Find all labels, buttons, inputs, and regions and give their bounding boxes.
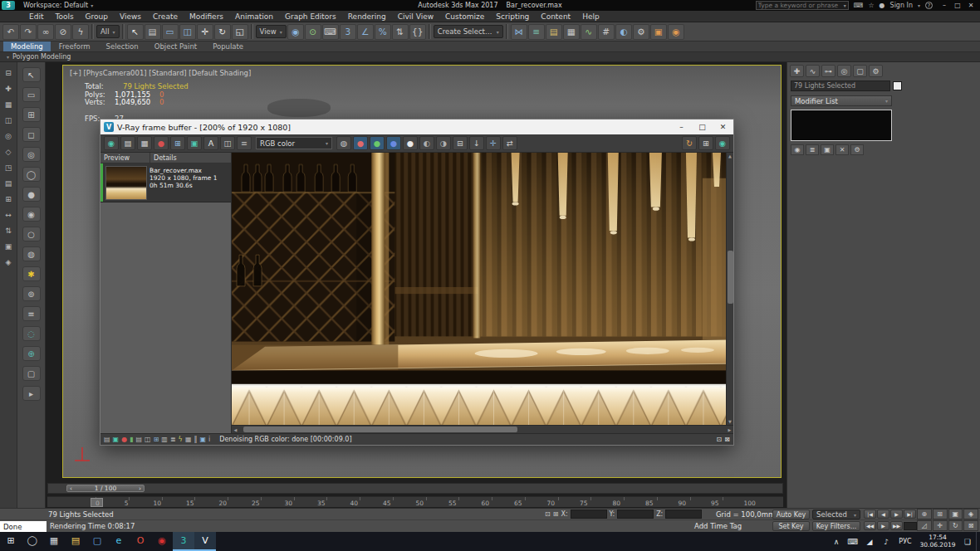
- channel-dropdown[interactable]: RGB color▾: [256, 137, 332, 149]
- play-button[interactable]: ▶: [890, 510, 903, 519]
- go-to-end-button[interactable]: ▶|: [904, 510, 916, 519]
- unlink-selection-icon[interactable]: ⊘: [55, 24, 71, 40]
- motion-tab-icon[interactable]: ◎: [837, 65, 851, 77]
- stereo-icon[interactable]: ‖: [194, 436, 197, 443]
- ribbon-tab[interactable]: Selection: [99, 41, 146, 51]
- vfb-minimize-button[interactable]: –: [671, 119, 692, 134]
- space-warp-icon[interactable]: ▢: [22, 366, 41, 381]
- side-tool-icon[interactable]: ↔: [5, 211, 12, 219]
- mono-channel-icon[interactable]: ◑: [436, 136, 451, 150]
- undo-icon[interactable]: ↶: [2, 24, 19, 40]
- prev-frame-button[interactable]: ◀: [877, 510, 889, 519]
- side-tool-icon[interactable]: ▣: [5, 242, 12, 251]
- plane-primitive-icon[interactable]: ◻: [22, 127, 41, 142]
- scroll-down-arrow[interactable]: ▼: [727, 418, 733, 425]
- key-filters-button[interactable]: Key Filters...: [812, 521, 860, 531]
- play-animation-button[interactable]: ▶: [877, 521, 889, 530]
- box-primitive-icon[interactable]: ▭: [22, 87, 41, 102]
- app-minimize-button[interactable]: –: [938, 2, 951, 9]
- utilities-tab-icon[interactable]: ⚙: [869, 65, 883, 77]
- menu-item[interactable]: Civil View: [392, 11, 439, 22]
- selection-filter-dropdown[interactable]: All▾: [96, 25, 120, 38]
- key-selection-dropdown[interactable]: Selected▾: [812, 510, 860, 519]
- search-icon[interactable]: ◯: [22, 532, 43, 551]
- expand-icon[interactable]: ⊠: [724, 436, 730, 443]
- schematic-view-icon[interactable]: #: [598, 24, 615, 40]
- select-by-name-icon[interactable]: ▤: [145, 24, 161, 40]
- maximize-viewport-icon[interactable]: ⊠: [963, 520, 978, 531]
- vray-settings-icon[interactable]: ◉: [715, 136, 730, 150]
- edge-icon[interactable]: e: [108, 532, 130, 551]
- render-last-icon[interactable]: ◉: [104, 136, 119, 150]
- red-channel-icon[interactable]: ●: [353, 136, 368, 150]
- mirror-icon[interactable]: ⋈: [511, 24, 527, 40]
- prev-key-button[interactable]: ◀◀: [864, 521, 876, 530]
- app-close-button[interactable]: ✕: [964, 2, 978, 9]
- object-name-field[interactable]: 79 Lights Selected: [791, 80, 890, 91]
- menu-item[interactable]: Rendering: [342, 11, 392, 22]
- ribbon-tab[interactable]: Populate: [205, 41, 251, 51]
- time-slider[interactable]: ‹ 1 / 100 ›: [47, 483, 783, 494]
- layer-manager-icon[interactable]: ▤: [546, 24, 562, 40]
- omni-light-icon[interactable]: ✱: [22, 266, 41, 281]
- render-production-icon[interactable]: ◉: [668, 24, 684, 40]
- region-tool-icon[interactable]: ▣: [113, 436, 120, 443]
- snaps-toggle-icon[interactable]: 3: [340, 24, 356, 40]
- menu-item[interactable]: Group: [80, 11, 114, 22]
- ribbon-panel-label[interactable]: Polygon Modeling: [12, 53, 71, 61]
- opera-icon[interactable]: O: [130, 532, 151, 551]
- infocenter-search[interactable]: ▾: [756, 1, 849, 10]
- blue-channel-icon[interactable]: ●: [386, 136, 401, 150]
- save-image-icon[interactable]: ▦: [137, 136, 152, 150]
- lens-effects-icon[interactable]: ▮: [130, 436, 133, 443]
- side-tool-icon[interactable]: ◳: [5, 163, 12, 172]
- alpha-channel-icon[interactable]: ◐: [419, 136, 434, 150]
- 3dsmax-taskbar-icon[interactable]: 3: [173, 532, 194, 551]
- stamp-icon[interactable]: ▤: [104, 436, 110, 443]
- sphere-primitive-icon[interactable]: ◎: [22, 147, 41, 162]
- frame-next-arrow[interactable]: ›: [139, 485, 141, 492]
- current-frame-field[interactable]: [904, 522, 917, 530]
- select-tool-icon[interactable]: ↖: [22, 67, 41, 82]
- clock[interactable]: 17:54 30.06.2019: [916, 534, 959, 549]
- curve-editor-icon[interactable]: ∿: [581, 24, 597, 40]
- vertical-scroll-thumb[interactable]: [728, 251, 733, 304]
- selection-region-icon[interactable]: ▭: [162, 24, 179, 40]
- signin-button[interactable]: Sign In: [890, 2, 913, 9]
- side-tool-icon[interactable]: ⇅: [5, 227, 12, 235]
- side-tool-icon[interactable]: ◇: [6, 148, 12, 156]
- side-tool-icon[interactable]: ◈: [6, 258, 12, 266]
- remove-modifier-icon[interactable]: ✕: [835, 144, 849, 155]
- display-tab-icon[interactable]: ▢: [853, 65, 867, 77]
- menu-item[interactable]: Animation: [229, 11, 279, 22]
- menu-item[interactable]: Graph Editors: [279, 11, 342, 22]
- menu-item[interactable]: Help: [576, 11, 605, 22]
- helper-icon[interactable]: ⊕: [22, 346, 41, 361]
- media-app-icon[interactable]: ◉: [151, 532, 173, 551]
- avatar-icon[interactable]: ●: [880, 2, 885, 9]
- refresh-icon[interactable]: ↻: [682, 136, 697, 150]
- modifier-list-dropdown[interactable]: Modifier List ▾: [791, 95, 892, 106]
- named-selection-sets-icon[interactable]: {}: [409, 24, 426, 40]
- pin-stack-icon[interactable]: ◉: [791, 144, 804, 155]
- bind-to-space-warp-icon[interactable]: ϟ: [72, 24, 89, 40]
- store-icon[interactable]: ▢: [86, 532, 108, 551]
- exposure-icon[interactable]: ▤: [136, 436, 143, 443]
- curve-icon[interactable]: ϟ: [179, 436, 183, 443]
- vray-taskbar-icon[interactable]: V: [194, 532, 216, 551]
- action-center-icon[interactable]: ❏: [959, 538, 976, 546]
- workspace-selector[interactable]: Workspace: Default ▾: [18, 0, 98, 11]
- white-channel-icon[interactable]: ●: [403, 136, 418, 150]
- side-tool-icon[interactable]: ⊟: [5, 69, 12, 77]
- render-setup-icon[interactable]: ⚙: [633, 24, 649, 40]
- history-column-preview[interactable]: Preview: [100, 153, 150, 163]
- scroll-left-arrow[interactable]: ◀: [232, 426, 239, 433]
- absolute-mode-icon[interactable]: ⊞: [553, 510, 559, 518]
- select-object-icon[interactable]: ↖: [127, 24, 144, 40]
- dock-icon[interactable]: ⊡: [717, 436, 723, 443]
- zoom-extents-icon[interactable]: ▣: [948, 509, 963, 519]
- menu-item[interactable]: Tools: [49, 11, 79, 22]
- viewport-label[interactable]: [+] [PhysCamera001] [Standard] [Default …: [70, 69, 251, 77]
- side-tool-icon[interactable]: ✚: [5, 85, 12, 93]
- open-image-icon[interactable]: ▤: [120, 136, 135, 150]
